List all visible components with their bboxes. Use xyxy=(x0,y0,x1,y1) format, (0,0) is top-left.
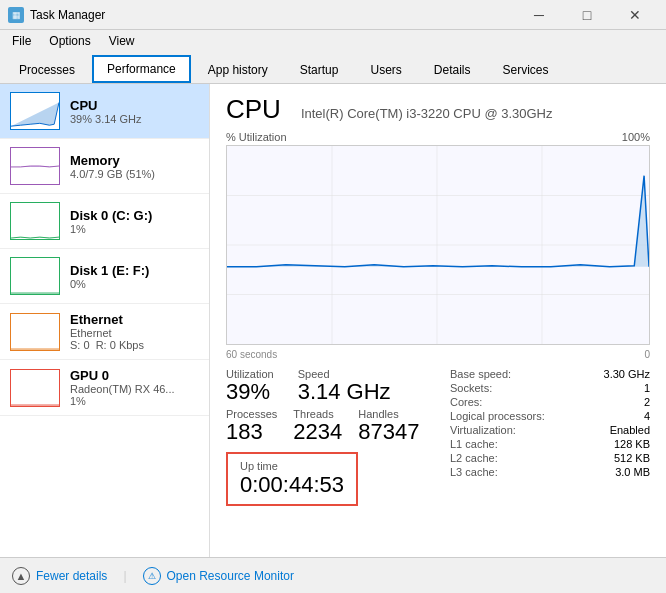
spec-sockets: Sockets: 1 xyxy=(450,382,650,394)
spec-logical-val: 4 xyxy=(644,410,650,422)
chart-y-max: 100% xyxy=(622,131,650,143)
detail-title: CPU xyxy=(226,94,281,125)
disk1-info: Disk 1 (E: F:) 0% xyxy=(70,263,199,290)
spec-l3-cache: L3 cache: 3.0 MB xyxy=(450,466,650,478)
speed-value: 3.14 GHz xyxy=(298,380,391,404)
memory-title: Memory xyxy=(70,153,199,168)
spec-l1-val: 128 KB xyxy=(614,438,650,450)
tab-app-history[interactable]: App history xyxy=(193,55,283,83)
fewer-details-label: Fewer details xyxy=(36,569,107,583)
fewer-details-icon: ▲ xyxy=(12,567,30,585)
specs-panel: Base speed: 3.30 GHz Sockets: 1 Cores: 2… xyxy=(450,368,650,512)
footer: ▲ Fewer details | ⚠ Open Resource Monito… xyxy=(0,557,666,593)
fewer-details-button[interactable]: ▲ Fewer details xyxy=(12,567,107,585)
tab-users[interactable]: Users xyxy=(355,55,416,83)
utilization-stat: Utilization 39% xyxy=(226,368,274,404)
spec-l3-val: 3.0 MB xyxy=(615,466,650,478)
spec-base-speed: Base speed: 3.30 GHz xyxy=(450,368,650,380)
open-resource-monitor-label: Open Resource Monitor xyxy=(167,569,294,583)
sidebar-item-disk1[interactable]: Disk 1 (E: F:) 0% xyxy=(0,249,209,304)
chart-y-label: % Utilization xyxy=(226,131,287,143)
spec-sockets-key: Sockets: xyxy=(450,382,492,394)
uptime-box: Up time 0:00:44:53 xyxy=(226,452,358,506)
sidebar-item-gpu0[interactable]: GPU 0 Radeon(TM) RX 46...1% xyxy=(0,360,209,416)
tab-performance[interactable]: Performance xyxy=(92,55,191,83)
maximize-button[interactable]: □ xyxy=(564,4,610,26)
menu-file[interactable]: File xyxy=(4,32,39,50)
tab-bar: Processes Performance App history Startu… xyxy=(0,52,666,84)
detail-panel: CPU Intel(R) Core(TM) i3-3220 CPU @ 3.30… xyxy=(210,84,666,557)
detail-bottom: Utilization 39% Speed 3.14 GHz Processes… xyxy=(226,368,650,512)
memory-thumbnail xyxy=(10,147,60,185)
cpu-chart xyxy=(226,145,650,345)
disk1-thumbnail xyxy=(10,257,60,295)
title-bar-controls: ─ □ ✕ xyxy=(516,4,658,26)
threads-value: 2234 xyxy=(293,420,342,444)
menu-view[interactable]: View xyxy=(101,32,143,50)
menu-options[interactable]: Options xyxy=(41,32,98,50)
open-resource-monitor-button[interactable]: ⚠ Open Resource Monitor xyxy=(143,567,294,585)
chart-x-right: 0 xyxy=(644,349,650,360)
chart-labels: % Utilization 100% xyxy=(226,131,650,143)
spec-virt-key: Virtualization: xyxy=(450,424,516,436)
handles-stat: Handles 87347 xyxy=(358,408,419,444)
sidebar-item-ethernet[interactable]: Ethernet EthernetS: 0 R: 0 Kbps xyxy=(0,304,209,360)
sidebar-item-memory[interactable]: Memory 4.0/7.9 GB (51%) xyxy=(0,139,209,194)
disk1-title: Disk 1 (E: F:) xyxy=(70,263,199,278)
uptime-value: 0:00:44:53 xyxy=(240,472,344,498)
detail-subtitle: Intel(R) Core(TM) i3-3220 CPU @ 3.30GHz xyxy=(301,106,553,121)
ethernet-thumbnail xyxy=(10,313,60,351)
ethernet-sub: EthernetS: 0 R: 0 Kbps xyxy=(70,327,199,351)
sidebar-item-cpu[interactable]: CPU 39% 3.14 GHz xyxy=(0,84,209,139)
title-bar-left: ▦ Task Manager xyxy=(8,7,105,23)
spec-base-speed-key: Base speed: xyxy=(450,368,511,380)
disk0-info: Disk 0 (C: G:) 1% xyxy=(70,208,199,235)
spec-l2-val: 512 KB xyxy=(614,452,650,464)
spec-l1-key: L1 cache: xyxy=(450,438,498,450)
gpu0-info: GPU 0 Radeon(TM) RX 46...1% xyxy=(70,368,199,407)
detail-header: CPU Intel(R) Core(TM) i3-3220 CPU @ 3.30… xyxy=(226,94,650,125)
tab-services[interactable]: Services xyxy=(488,55,564,83)
spec-l2-cache: L2 cache: 512 KB xyxy=(450,452,650,464)
ethernet-title: Ethernet xyxy=(70,312,199,327)
disk0-sub: 1% xyxy=(70,223,199,235)
tab-startup[interactable]: Startup xyxy=(285,55,354,83)
chart-x-left: 60 seconds xyxy=(226,349,277,360)
stats-left: Utilization 39% Speed 3.14 GHz Processes… xyxy=(226,368,450,512)
gpu0-thumbnail xyxy=(10,369,60,407)
sidebar-item-disk0[interactable]: Disk 0 (C: G:) 1% xyxy=(0,194,209,249)
spec-sockets-val: 1 xyxy=(644,382,650,394)
tab-processes[interactable]: Processes xyxy=(4,55,90,83)
cpu-info: CPU 39% 3.14 GHz xyxy=(70,98,199,125)
app-icon: ▦ xyxy=(8,7,24,23)
menu-bar: File Options View xyxy=(0,30,666,52)
main-content: CPU 39% 3.14 GHz Memory 4.0/7.9 GB (51%) xyxy=(0,84,666,557)
memory-info: Memory 4.0/7.9 GB (51%) xyxy=(70,153,199,180)
close-button[interactable]: ✕ xyxy=(612,4,658,26)
utilization-value: 39% xyxy=(226,380,274,404)
spec-l2-key: L2 cache: xyxy=(450,452,498,464)
threads-stat: Threads 2234 xyxy=(293,408,342,444)
spec-logical-key: Logical processors: xyxy=(450,410,545,422)
chart-time-labels: 60 seconds 0 xyxy=(226,349,650,360)
cpu-title: CPU xyxy=(70,98,199,113)
memory-sub: 4.0/7.9 GB (51%) xyxy=(70,168,199,180)
handles-value: 87347 xyxy=(358,420,419,444)
sidebar: CPU 39% 3.14 GHz Memory 4.0/7.9 GB (51%) xyxy=(0,84,210,557)
cpu-sub: 39% 3.14 GHz xyxy=(70,113,199,125)
spec-virt-val: Enabled xyxy=(610,424,650,436)
disk1-sub: 0% xyxy=(70,278,199,290)
disk0-thumbnail xyxy=(10,202,60,240)
minimize-button[interactable]: ─ xyxy=(516,4,562,26)
spec-cores-key: Cores: xyxy=(450,396,482,408)
tab-details[interactable]: Details xyxy=(419,55,486,83)
processes-value: 183 xyxy=(226,420,277,444)
uptime-label: Up time xyxy=(240,460,344,472)
spec-virtualization: Virtualization: Enabled xyxy=(450,424,650,436)
cpu-thumbnail xyxy=(10,92,60,130)
disk0-title: Disk 0 (C: G:) xyxy=(70,208,199,223)
spec-l3-key: L3 cache: xyxy=(450,466,498,478)
speed-stat: Speed 3.14 GHz xyxy=(298,368,391,404)
spec-l1-cache: L1 cache: 128 KB xyxy=(450,438,650,450)
window-title: Task Manager xyxy=(30,8,105,22)
